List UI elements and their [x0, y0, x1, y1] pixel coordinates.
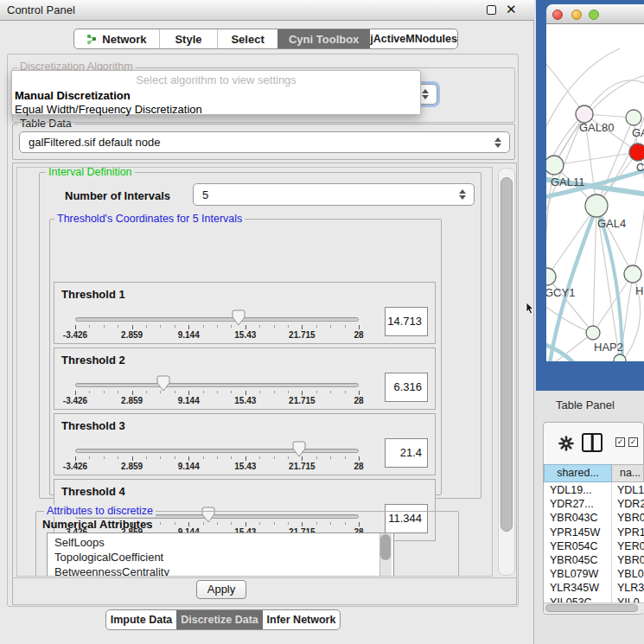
threshold-slider-thumb[interactable]: [292, 441, 306, 457]
table-row[interactable]: YLR345WYLR3: [544, 582, 644, 596]
zoom-traffic-light-icon[interactable]: [589, 10, 599, 20]
threshold-slider-thumb[interactable]: [232, 309, 245, 326]
column-header-shared[interactable]: shared...: [544, 464, 612, 482]
checkbox-icon[interactable]: [615, 437, 625, 447]
slider-minor-tick: [217, 391, 218, 393]
close-traffic-light-icon[interactable]: [552, 10, 563, 20]
panel-scrollbar-thumb[interactable]: [501, 177, 513, 532]
checkbox-icon[interactable]: [628, 437, 638, 447]
split-columns-icon[interactable]: [582, 433, 603, 452]
list-item-topologicalcoefficient[interactable]: TopologicalCoefficient: [54, 551, 163, 564]
network-node-label: GCY1: [546, 286, 575, 299]
slider-minor-tick: [231, 391, 232, 393]
threshold-value-field[interactable]: 6.316: [385, 373, 428, 402]
threshold-slider-track[interactable]: [75, 317, 359, 322]
control-panel-titlebar: [0, 0, 534, 21]
network-edge[interactable]: [593, 206, 596, 333]
threshold-value-field[interactable]: 14.713: [385, 307, 428, 336]
table-data-value: galFiltered.sif default node: [29, 132, 160, 152]
threshold-value-field[interactable]: 21.4: [385, 438, 428, 468]
slider-tick: [75, 391, 76, 395]
table-data-combobox[interactable]: galFiltered.sif default node: [19, 131, 510, 153]
table-row[interactable]: YER054CYER0: [544, 540, 644, 555]
apply-button[interactable]: Apply: [196, 580, 246, 599]
table-hscrollbar-thumb[interactable]: [545, 604, 638, 612]
tab-cyni-toolbox[interactable]: Cyni Toolbox: [277, 29, 370, 48]
network-edge[interactable]: [551, 333, 593, 361]
network-edge[interactable]: [546, 54, 584, 114]
slider-minor-tick: [89, 391, 90, 393]
network-node-gal11[interactable]: [546, 156, 564, 175]
table-row[interactable]: YBR045CYBR0: [544, 554, 644, 569]
tab-discretize-data[interactable]: Discretize Data: [176, 610, 263, 629]
list-item-selfloops[interactable]: SelfLoops: [54, 536, 105, 549]
slider-tick-label: 2.859: [113, 462, 151, 471]
slider-minor-tick: [175, 391, 175, 393]
slider-tick: [188, 456, 189, 461]
numerical-attributes-label: Numerical Attributes: [42, 518, 152, 531]
network-node-gcy1[interactable]: [546, 268, 556, 285]
mouse-cursor: [526, 303, 536, 315]
cell-shared-name: YBR043C: [550, 512, 598, 524]
network-node-label: C: [636, 161, 644, 174]
slider-tick: [75, 456, 76, 461]
table-row[interactable]: YIL053CYIL0: [544, 596, 644, 603]
table-row[interactable]: YBL079WYBL0: [544, 568, 644, 583]
slider-minor-tick: [118, 325, 118, 328]
network-edge[interactable]: [593, 274, 633, 333]
threshold-slider-track[interactable]: [75, 449, 359, 453]
tab-network[interactable]: Network: [74, 29, 159, 48]
close-icon[interactable]: [506, 2, 517, 17]
cell-shared-name: YBL079W: [550, 568, 598, 580]
network-node-ga[interactable]: [626, 110, 641, 125]
slider-tick-label: 15.43: [226, 462, 265, 471]
slider-minor-tick: [146, 325, 147, 328]
network-node-unlabeled[interactable]: [614, 354, 626, 361]
slider-tick-label: 21.715: [283, 396, 321, 405]
option-equal-width-frequency[interactable]: Equal Width/Frequency Discretization: [15, 103, 202, 116]
table-row[interactable]: YDR27...YDR2: [544, 498, 644, 513]
minimize-traffic-light-icon[interactable]: [571, 10, 582, 20]
column-header-name[interactable]: na...: [612, 464, 644, 482]
network-edge[interactable]: [547, 206, 596, 277]
slider-tick-label: 28: [340, 462, 378, 471]
table-row[interactable]: YPR145WYPR1: [544, 526, 644, 541]
slider-minor-tick: [203, 391, 204, 393]
slider-minor-tick: [259, 456, 260, 459]
network-view[interactable]: GAL80GACGAL11GAL4GCY1HHAP2: [546, 24, 644, 361]
cell-name: YPR1: [617, 526, 644, 539]
slider-minor-tick: [316, 391, 317, 393]
table-row[interactable]: YDL19...YDL1: [544, 484, 644, 499]
algorithm-placeholder: Select algorithm to view settings: [12, 73, 420, 86]
option-manual-discretization[interactable]: Manual Discretization: [15, 89, 131, 102]
float-window-icon[interactable]: [487, 5, 496, 15]
gear-icon[interactable]: [558, 436, 574, 451]
threshold-slider-track[interactable]: [75, 383, 359, 387]
network-edge[interactable]: [546, 301, 593, 333]
number-of-intervals-combobox[interactable]: 5: [193, 183, 475, 206]
list-item-betweennesscentrality[interactable]: BetweennessCentrality: [54, 565, 169, 577]
network-node-hap2[interactable]: [586, 326, 600, 340]
attribute-list-scrollbar-thumb[interactable]: [380, 534, 391, 560]
table-row[interactable]: YBR043CYBR0: [544, 512, 644, 526]
slider-minor-tick: [89, 456, 90, 459]
slider-minor-tick: [274, 325, 275, 328]
network-node-label: GA: [632, 126, 644, 139]
slider-minor-tick: [89, 325, 90, 328]
network-node-h[interactable]: [624, 265, 641, 283]
threshold-slider-thumb[interactable]: [156, 375, 170, 392]
tab-infer-network[interactable]: Infer Network: [263, 610, 340, 629]
slider-tick-label: 28: [340, 396, 378, 405]
tab-select[interactable]: Select: [217, 29, 277, 48]
tab-impute-data[interactable]: Impute Data: [106, 610, 176, 629]
slider-minor-tick: [118, 456, 118, 459]
tab-style[interactable]: Style: [159, 29, 217, 48]
slider-tick: [359, 391, 360, 395]
threshold-label: Threshold 1: [61, 288, 125, 301]
threshold-label: Threshold 4: [61, 485, 125, 498]
network-node-gal4[interactable]: [585, 194, 608, 217]
tab-jactivemnodules[interactable]: jActiveMNodules: [370, 29, 457, 48]
network-node-c[interactable]: [629, 143, 644, 161]
slider-tick: [188, 391, 189, 395]
network-node-gal80[interactable]: [576, 105, 593, 123]
